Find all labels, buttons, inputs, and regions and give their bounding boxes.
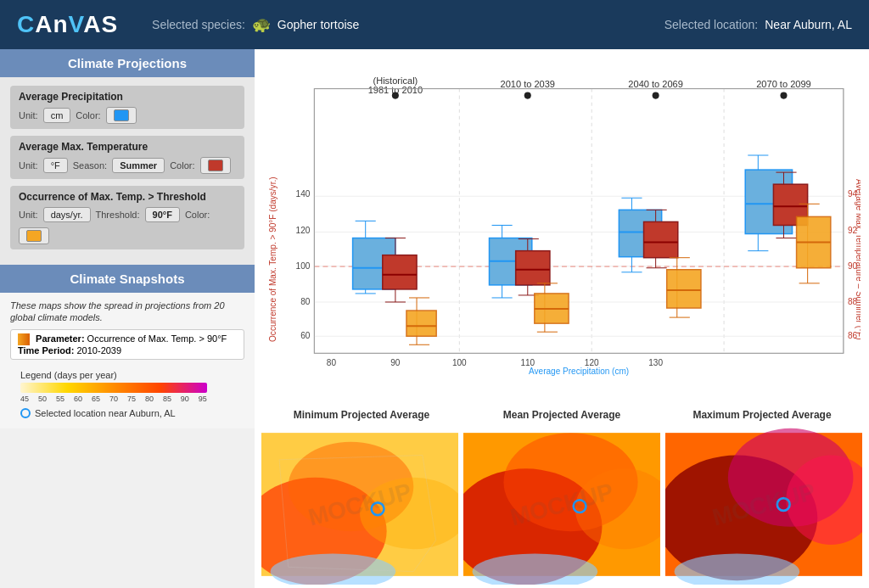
legend-bar bbox=[20, 383, 207, 393]
map-mean-svg bbox=[463, 424, 660, 585]
svg-text:140: 140 bbox=[296, 189, 311, 199]
avg-precip-group: Average Precipitation Unit: cm Color: bbox=[10, 86, 244, 129]
svg-text:120: 120 bbox=[296, 226, 311, 235]
svg-text:90: 90 bbox=[390, 358, 401, 367]
avg-max-temp-season[interactable]: Summer bbox=[112, 158, 165, 173]
svg-text:120: 120 bbox=[585, 358, 599, 367]
maps-title-row: Minimum Projected Average Mean Projected… bbox=[261, 409, 862, 421]
main-content: Climate Projections Average Precipitatio… bbox=[0, 49, 869, 588]
tortoise-icon: 🐢 bbox=[252, 15, 271, 34]
selected-location-legend: Selected location near Auburn, AL bbox=[20, 408, 234, 418]
avg-precip-color[interactable] bbox=[106, 107, 137, 124]
svg-text:100: 100 bbox=[452, 358, 467, 367]
svg-text:110: 110 bbox=[520, 358, 535, 367]
species-name: Gopher tortoise bbox=[278, 18, 360, 31]
occ-max-temp-threshold[interactable]: 90°F bbox=[145, 207, 180, 222]
occ-max-temp-title: Occurrence of Max. Temp. > Threshold bbox=[19, 191, 236, 203]
legend-area: Legend (days per year) 45 50 55 60 65 70… bbox=[10, 367, 244, 422]
svg-rect-74 bbox=[644, 221, 678, 257]
svg-text:80: 80 bbox=[327, 358, 337, 367]
svg-rect-59 bbox=[516, 251, 550, 285]
svg-text:80: 80 bbox=[300, 297, 311, 306]
avg-max-temp-unit[interactable]: °F bbox=[43, 158, 68, 173]
snapshots-desc: These maps show the spread in projection… bbox=[10, 300, 244, 324]
map-minimum: MOCKUP bbox=[261, 424, 458, 585]
avg-precip-controls: Unit: cm Color: bbox=[19, 107, 236, 124]
svg-rect-44 bbox=[383, 255, 417, 289]
maps-row: MOCKUP bbox=[261, 424, 862, 585]
avg-precip-unit[interactable]: cm bbox=[43, 108, 71, 123]
map-max-svg bbox=[665, 424, 862, 585]
map-mean-title: Mean Projected Average bbox=[462, 409, 662, 421]
avg-max-temp-group: Average Max. Temperature Unit: °F Season… bbox=[10, 136, 244, 179]
selected-loc-text: Selected location near Auburn, AL bbox=[35, 408, 176, 418]
svg-point-37 bbox=[780, 92, 787, 99]
svg-text:60: 60 bbox=[300, 331, 311, 340]
legend-ticks: 45 50 55 60 65 70 75 80 85 90 95 bbox=[20, 395, 207, 403]
svg-point-36 bbox=[653, 92, 659, 99]
svg-point-35 bbox=[524, 92, 531, 99]
avg-max-temp-controls: Unit: °F Season: Summer Color: bbox=[19, 157, 236, 174]
occ-max-temp-color[interactable] bbox=[19, 227, 49, 244]
orange-swatch-icon bbox=[18, 333, 30, 345]
param-box: Parameter: Occurrence of Max. Temp. > 90… bbox=[10, 329, 244, 360]
controls-area: Average Precipitation Unit: cm Color: Av… bbox=[0, 77, 255, 265]
svg-text:Occurrence of Max. Temp. > 90°: Occurrence of Max. Temp. > 90°F (days/yr… bbox=[268, 176, 278, 342]
map-max-title: Maximum Projected Average bbox=[662, 409, 862, 421]
occ-max-temp-group: Occurrence of Max. Temp. > Threshold Uni… bbox=[10, 186, 244, 249]
right-panel: (Historical) 1981 to 2010 2010 to 2039 2… bbox=[255, 49, 869, 588]
svg-rect-49 bbox=[406, 311, 436, 336]
species-info: Selected species: 🐢 Gopher tortoise bbox=[152, 15, 359, 34]
svg-point-34 bbox=[392, 92, 399, 99]
location-name: Near Auburn, AL bbox=[765, 18, 852, 31]
avg-max-temp-title: Average Max. Temperature bbox=[19, 141, 236, 153]
location-label: Selected location: bbox=[664, 18, 759, 31]
svg-text:2010 to 2039: 2010 to 2039 bbox=[501, 79, 556, 89]
species-label: Selected species: bbox=[152, 18, 245, 31]
snapshots-content: These maps show the spread in projection… bbox=[0, 293, 255, 428]
map-mean: MOCKUP bbox=[463, 424, 660, 585]
chart-area: (Historical) 1981 to 2010 2010 to 2039 2… bbox=[255, 49, 869, 406]
svg-text:Average Precipitation (cm): Average Precipitation (cm) bbox=[529, 367, 629, 376]
legend-title: Legend (days per year) bbox=[20, 370, 234, 380]
snapshots-header: Climate Snapshots bbox=[0, 265, 255, 293]
svg-text:130: 130 bbox=[648, 358, 663, 367]
projections-title: Climate Projections bbox=[68, 56, 187, 70]
location-info: Selected location: Near Auburn, AL bbox=[664, 18, 852, 31]
svg-text:100: 100 bbox=[296, 261, 311, 271]
occ-max-temp-unit[interactable]: days/yr. bbox=[43, 207, 91, 222]
map-min-title: Minimum Projected Average bbox=[261, 409, 462, 421]
projections-header: Climate Projections bbox=[0, 49, 255, 77]
svg-text:Average Max. Temperature – Sum: Average Max. Temperature – Summer (°F) bbox=[855, 179, 861, 340]
map-maximum: MOCKUP bbox=[665, 424, 862, 585]
map-min-svg bbox=[261, 424, 458, 585]
app-header: CAnVAS Selected species: 🐢 Gopher tortoi… bbox=[0, 0, 869, 49]
snapshots-section: Climate Snapshots These maps show the sp… bbox=[0, 265, 255, 588]
snapshots-title: Climate Snapshots bbox=[70, 272, 184, 286]
svg-text:2070 to 2099: 2070 to 2099 bbox=[756, 79, 811, 89]
left-panel: Climate Projections Average Precipitatio… bbox=[0, 49, 255, 588]
location-circle-icon bbox=[20, 408, 31, 418]
chart-svg: (Historical) 1981 to 2010 2010 to 2039 2… bbox=[263, 58, 861, 401]
app-logo: CAnVAS bbox=[17, 11, 118, 38]
maps-area: Minimum Projected Average Mean Projected… bbox=[255, 406, 869, 588]
svg-rect-79 bbox=[667, 270, 701, 308]
avg-max-temp-color[interactable] bbox=[200, 157, 231, 174]
avg-precip-title: Average Precipitation bbox=[19, 91, 236, 103]
svg-text:2040 to 2069: 2040 to 2069 bbox=[628, 79, 683, 89]
occ-max-temp-controls: Unit: days/yr. Threshold: 90°F Color: bbox=[19, 207, 236, 244]
